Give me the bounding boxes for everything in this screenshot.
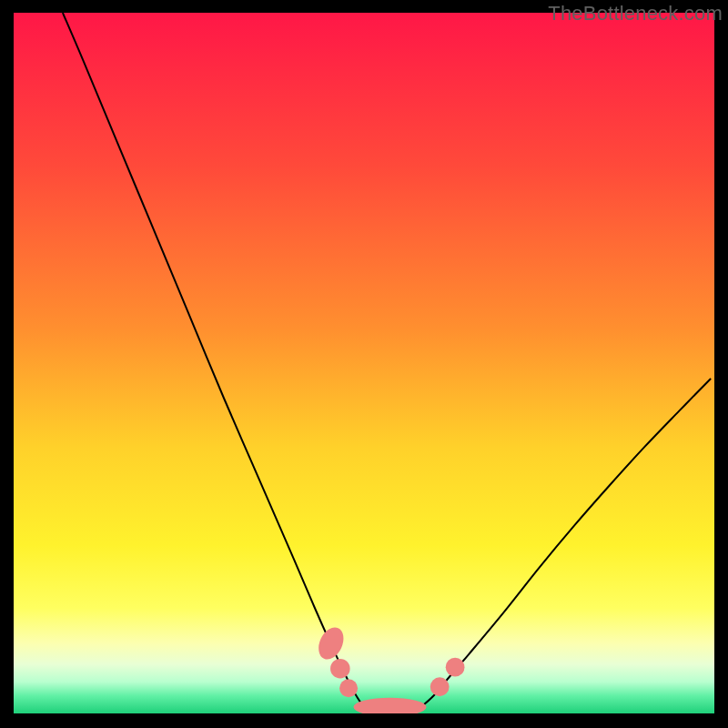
data-marker: [430, 677, 450, 696]
data-marker: [339, 679, 358, 697]
data-marker: [330, 659, 350, 679]
data-marker: [446, 658, 465, 677]
watermark-text: TheBottleneck.com: [548, 2, 723, 25]
bottleneck-chart: [14, 13, 714, 713]
chart-frame: [14, 13, 714, 713]
gradient-background: [14, 13, 714, 713]
